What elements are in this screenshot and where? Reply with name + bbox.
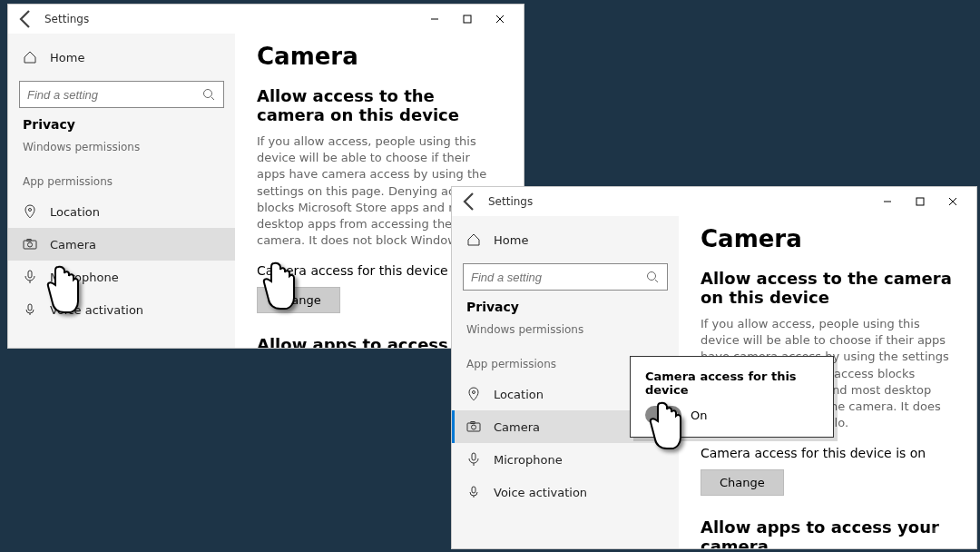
close-button[interactable] (936, 187, 969, 216)
sidebar-item-label: Microphone (494, 453, 563, 467)
sidebar-group-app: App permissions (8, 161, 235, 195)
svg-line-19 (655, 280, 658, 282)
sidebar-category: Privacy (8, 115, 235, 137)
back-button[interactable] (15, 8, 37, 30)
watermark: FIX (920, 524, 973, 547)
svg-rect-7 (24, 241, 36, 249)
svg-point-22 (472, 425, 476, 429)
camera-icon (466, 419, 481, 434)
sidebar-home[interactable]: Home (452, 223, 679, 256)
camera-icon (23, 237, 37, 251)
search-icon (645, 270, 660, 284)
sidebar-item-label: Voice activation (494, 486, 587, 499)
section1-title: Allow access to the camera on this devic… (257, 86, 502, 124)
search-input-wrapper[interactable] (463, 263, 668, 291)
svg-rect-1 (464, 15, 471, 23)
svg-point-18 (648, 272, 656, 281)
voice-activation-icon (23, 302, 37, 317)
sidebar: Home Privacy Windows permissions App per… (8, 34, 235, 348)
change-button[interactable]: Change (701, 469, 784, 496)
sidebar-item-label: Location (50, 205, 100, 219)
sidebar-home[interactable]: Home (8, 41, 235, 74)
sidebar-group-windows: Windows permissions (452, 320, 679, 343)
camera-access-popup: Camera access for this device On (630, 356, 834, 438)
svg-rect-12 (28, 304, 32, 310)
close-button[interactable] (484, 5, 516, 34)
microphone-icon (466, 452, 481, 467)
window-title: Settings (488, 195, 533, 208)
sidebar-item-label: Camera (50, 238, 96, 251)
svg-rect-21 (467, 423, 480, 431)
microphone-icon (23, 270, 37, 284)
svg-rect-15 (916, 198, 924, 205)
svg-rect-26 (472, 487, 475, 493)
sidebar-item-voice[interactable]: Voice activation (8, 293, 235, 326)
search-input[interactable] (471, 271, 645, 284)
voice-activation-icon (466, 485, 481, 499)
svg-line-5 (211, 97, 214, 100)
page-heading: Camera (701, 225, 955, 252)
minimize-button[interactable] (871, 187, 904, 216)
camera-access-toggle[interactable] (645, 406, 681, 424)
svg-rect-24 (472, 453, 475, 460)
section1-title: Allow access to the camera on this devic… (701, 269, 955, 307)
search-input-wrapper[interactable] (19, 81, 224, 108)
window-title: Settings (44, 13, 89, 25)
sidebar-item-label: Microphone (50, 271, 119, 284)
search-input[interactable] (27, 88, 201, 102)
titlebar: Settings (452, 187, 976, 216)
sidebar-item-label: Voice activation (50, 303, 143, 317)
sidebar-item-label: Location (494, 388, 544, 401)
svg-point-20 (473, 391, 475, 394)
location-icon (466, 387, 481, 401)
sidebar-item-microphone[interactable]: Microphone (452, 443, 679, 476)
svg-point-8 (28, 242, 33, 247)
sidebar-item-location[interactable]: Location (8, 195, 235, 228)
section2-title: Allow apps to access your camera (701, 518, 955, 548)
sidebar-home-label: Home (50, 51, 84, 64)
change-button[interactable]: Change (257, 287, 340, 313)
titlebar: Settings (8, 5, 524, 34)
popup-title: Camera access for this device (645, 370, 818, 397)
maximize-button[interactable] (451, 5, 484, 34)
toggle-state: On (691, 409, 707, 422)
back-button[interactable] (459, 191, 481, 212)
svg-point-4 (204, 90, 212, 98)
page-heading: Camera (257, 43, 502, 70)
sidebar-item-voice[interactable]: Voice activation (452, 476, 679, 508)
sidebar-item-label: Camera (494, 420, 540, 434)
minimize-button[interactable] (418, 5, 451, 34)
search-icon (201, 87, 216, 102)
home-icon (23, 50, 37, 64)
svg-point-6 (29, 209, 32, 212)
maximize-button[interactable] (904, 187, 936, 216)
settings-window-1: Settings Home Privacy Windows permission… (7, 4, 524, 349)
sidebar-group-windows: Windows permissions (8, 137, 235, 161)
sidebar-item-camera[interactable]: Camera (8, 228, 235, 261)
sidebar-category: Privacy (452, 298, 679, 320)
sidebar-item-microphone[interactable]: Microphone (8, 261, 235, 293)
sidebar-home-label: Home (494, 233, 528, 247)
home-icon (466, 232, 481, 247)
camera-access-status: Camera access for this device is on (701, 446, 955, 460)
svg-rect-10 (28, 271, 32, 278)
location-icon (23, 204, 37, 219)
